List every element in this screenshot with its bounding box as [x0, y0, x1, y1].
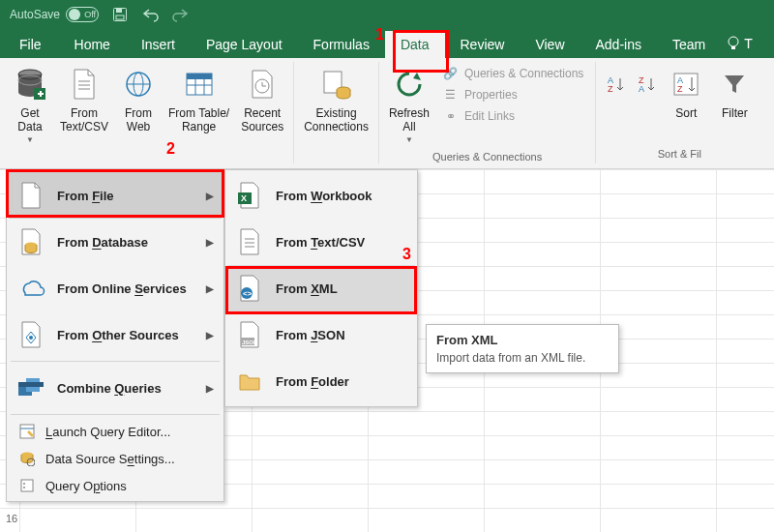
svg-text:A: A: [639, 84, 644, 94]
link-icon: 🔗: [443, 66, 459, 81]
table-icon: [185, 64, 214, 104]
xml-file-icon: <>: [235, 274, 264, 303]
sort-icon: AZ: [672, 64, 700, 104]
sort-asc-icon: AZ: [606, 64, 625, 104]
submenu-from-workbook[interactable]: X From Workbook: [227, 172, 415, 219]
step-number: 2: [166, 140, 175, 158]
svg-rect-16: [187, 74, 212, 79]
sort-button[interactable]: AZ Sort: [664, 62, 708, 122]
row-header[interactable]: 16: [0, 513, 23, 524]
group-queries-connections: Refresh All ▼ 🔗Queries & Connections ☰Pr…: [379, 62, 596, 163]
tab-team[interactable]: Team: [657, 31, 721, 58]
menu-from-database[interactable]: From Database ▶: [9, 219, 222, 265]
from-textcsv-button[interactable]: From Text/CSV: [56, 62, 112, 135]
tab-review[interactable]: Review: [445, 31, 521, 58]
redo-icon[interactable]: [170, 7, 186, 22]
group-label-queries: Queries & Connections: [385, 149, 589, 166]
submenu-from-folder[interactable]: From Folder: [227, 358, 415, 404]
undo-icon[interactable]: [141, 7, 157, 22]
chevron-down-icon: ▼: [26, 133, 34, 147]
svg-text:<>: <>: [243, 289, 253, 298]
excel-file-icon: X: [235, 181, 264, 210]
group-sort-filter: AZ ZA AZ Sort Filter Sort & Fil: [596, 62, 762, 163]
svg-point-40: [23, 483, 25, 485]
lightbulb-icon: [727, 35, 740, 52]
save-icon[interactable]: [112, 7, 128, 22]
quick-access-toolbar: [112, 7, 186, 22]
ribbon-tabs: File Home Insert Page Layout Formulas Da…: [0, 29, 774, 58]
menu-combine-queries[interactable]: Combine Queries ▶: [9, 365, 222, 411]
group-label-sort: Sort & Fil: [602, 146, 757, 163]
connections-icon: [321, 64, 352, 104]
globe-icon: [124, 64, 153, 104]
get-data-button[interactable]: Get Data ▼: [8, 62, 52, 149]
chevron-right-icon: ▶: [206, 191, 214, 201]
separator: [11, 361, 220, 362]
ribbon: Get Data ▼ From Text/CSV From Web From T…: [0, 58, 774, 169]
recent-sources-button[interactable]: Recent Sources: [237, 62, 287, 135]
svg-point-41: [23, 487, 25, 488]
from-file-submenu: X From Workbook From Text/CSV <> From XM…: [224, 169, 418, 407]
toggle-off-icon[interactable]: Off: [66, 7, 99, 22]
chevron-down-icon: ▼: [405, 133, 413, 147]
edit-links-button[interactable]: ⚭Edit Links: [439, 106, 587, 126]
database-icon: [16, 227, 45, 256]
chevron-right-icon: ▶: [206, 237, 214, 248]
menu-launch-query-editor[interactable]: Launch Query Editor...: [9, 418, 222, 445]
tab-page-layout[interactable]: Page Layout: [191, 31, 298, 58]
tooltip-body: Import data from an XML file.: [436, 351, 609, 365]
menu-from-online-services[interactable]: From Online Services ▶: [9, 265, 222, 311]
sort-az-button[interactable]: AZ: [602, 62, 629, 108]
chevron-right-icon: ▶: [206, 383, 214, 394]
from-web-button[interactable]: From Web: [116, 62, 161, 135]
tab-insert[interactable]: Insert: [126, 31, 191, 58]
combine-icon: [16, 376, 45, 399]
menu-query-options[interactable]: Query Options: [9, 472, 222, 499]
submenu-from-textcsv[interactable]: From Text/CSV: [227, 219, 415, 265]
separator: [11, 414, 220, 415]
menu-from-other-sources[interactable]: From Other Sources ▶: [9, 311, 222, 358]
svg-rect-1: [116, 9, 122, 13]
diamond-icon: [16, 320, 45, 349]
svg-text:Z: Z: [677, 84, 683, 94]
cloud-icon: [16, 278, 45, 299]
funnel-icon: [722, 64, 747, 104]
from-table-range-button[interactable]: From Table/ Range: [164, 62, 233, 135]
tab-formulas[interactable]: Formulas: [298, 31, 385, 58]
tab-home[interactable]: Home: [59, 31, 126, 58]
tell-me[interactable]: T: [721, 29, 759, 58]
svg-text:X: X: [241, 193, 247, 203]
sheet-icon: ☰: [443, 87, 459, 103]
filter-button[interactable]: Filter: [712, 62, 757, 122]
settings-icon: [18, 451, 36, 466]
menu-from-file[interactable]: From File ▶: [9, 172, 222, 219]
tab-data[interactable]: Data: [385, 31, 445, 58]
folder-icon: [235, 369, 264, 393]
properties-button[interactable]: ☰Properties: [439, 85, 587, 104]
svg-point-3: [729, 37, 738, 46]
existing-connections-button[interactable]: Existing Connections: [300, 62, 372, 135]
sort-desc-icon: ZA: [637, 64, 656, 104]
refresh-all-button[interactable]: Refresh All ▼: [385, 62, 433, 149]
menu-data-source-settings[interactable]: Data Source Settings...: [9, 445, 222, 472]
autosave-toggle[interactable]: AutoSave Off: [10, 7, 99, 22]
svg-text:Z: Z: [608, 84, 613, 94]
autosave-label: AutoSave: [10, 8, 60, 21]
options-icon: [18, 478, 36, 493]
tab-view[interactable]: View: [520, 31, 580, 58]
group-get-transform: Get Data ▼ From Text/CSV From Web From T…: [6, 62, 294, 163]
clock-file-icon: [249, 64, 276, 104]
chain-icon: ⚭: [443, 108, 459, 124]
tab-addins[interactable]: Add-ins: [580, 31, 657, 58]
tooltip: From XML Import data from an XML file.: [426, 324, 619, 373]
database-icon: [13, 64, 47, 104]
submenu-from-json[interactable]: JSON From JSON: [227, 311, 415, 358]
tab-file[interactable]: File: [10, 31, 59, 58]
svg-text:JSON: JSON: [242, 340, 257, 345]
submenu-from-xml[interactable]: <> From XML: [227, 265, 415, 311]
refresh-icon: [394, 64, 425, 104]
sort-za-button[interactable]: ZA: [633, 62, 660, 108]
svg-rect-34: [18, 382, 44, 387]
file-text-icon: [71, 64, 98, 104]
queries-connections-button[interactable]: 🔗Queries & Connections: [439, 64, 587, 83]
